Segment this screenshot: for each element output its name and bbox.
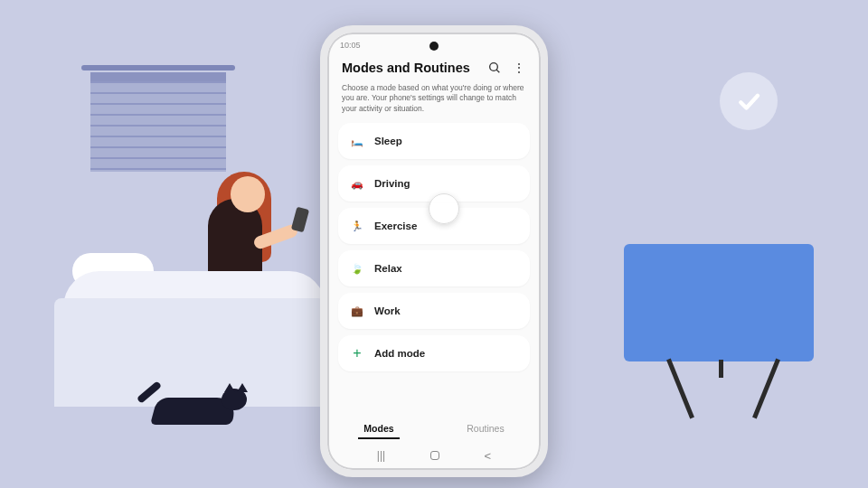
running-icon: 🏃 — [349, 218, 365, 234]
mode-item-relax[interactable]: 🍃 Relax — [338, 250, 530, 286]
briefcase-icon: 💼 — [349, 303, 365, 319]
phone-frame: 10:05 Modes and Routines ⋮ Choose a mode… — [320, 25, 548, 477]
checkmark-icon — [735, 88, 762, 115]
nav-recents-button[interactable]: ||| — [377, 449, 385, 462]
search-icon — [487, 61, 502, 75]
leaf-icon: 🍃 — [349, 260, 365, 277]
nav-home-button[interactable] — [430, 451, 439, 460]
mode-label: Relax — [374, 263, 402, 274]
bottom-tabs: Modes Routines — [327, 412, 541, 445]
decor-tv-pole — [719, 360, 723, 378]
decor-cat — [136, 380, 253, 434]
mode-label: Sleep — [374, 136, 402, 146]
decor-clock — [720, 72, 778, 130]
page-description: Choose a mode based on what you're doing… — [327, 80, 541, 123]
nav-back-button[interactable]: < — [485, 449, 492, 463]
plus-icon: + — [349, 345, 365, 361]
add-mode-button[interactable]: + Add mode — [338, 335, 530, 371]
mode-item-exercise[interactable]: 🏃 Exercise — [338, 208, 530, 244]
more-vertical-icon: ⋮ — [513, 61, 524, 74]
decor-window-blind — [90, 72, 226, 172]
bed-icon: 🛏️ — [349, 133, 365, 149]
search-button[interactable] — [486, 60, 503, 76]
svg-point-0 — [490, 63, 498, 71]
modes-list: 🛏️ Sleep 🚗 Driving 🏃 Exercise 🍃 Relax 💼 … — [327, 123, 541, 412]
status-time: 10:05 — [340, 41, 361, 50]
tab-modes[interactable]: Modes — [358, 419, 399, 439]
svg-line-1 — [496, 70, 499, 72]
mode-label: Driving — [374, 178, 410, 189]
more-options-button[interactable]: ⋮ — [510, 60, 526, 76]
mode-item-work[interactable]: 💼 Work — [338, 293, 530, 329]
add-mode-label: Add mode — [374, 348, 425, 359]
app-header: Modes and Routines ⋮ — [327, 54, 541, 80]
tab-routines[interactable]: Routines — [461, 419, 509, 439]
decor-person-head — [231, 176, 265, 212]
decor-tv — [624, 244, 814, 361]
car-icon: 🚗 — [349, 175, 365, 192]
mode-label: Work — [374, 305, 401, 316]
mode-label: Exercise — [374, 221, 417, 231]
page-title: Modes and Routines — [342, 61, 479, 75]
decor-tv-leg — [752, 359, 780, 419]
phone-camera-cutout — [429, 42, 439, 51]
system-nav-bar: ||| < — [327, 445, 541, 470]
decor-tv-leg — [666, 359, 694, 419]
mode-item-sleep[interactable]: 🛏️ Sleep — [338, 123, 530, 159]
decor-handheld-phone — [291, 207, 309, 233]
decor-window-rod — [81, 65, 235, 70]
mode-item-driving[interactable]: 🚗 Driving — [338, 165, 530, 202]
